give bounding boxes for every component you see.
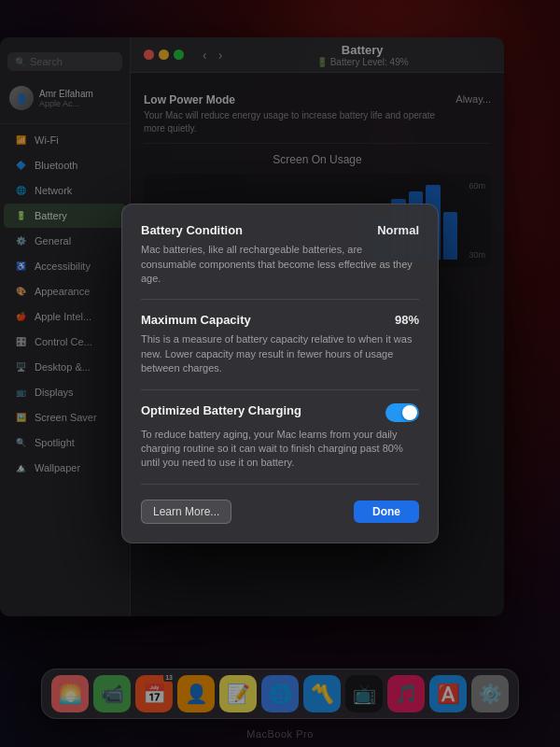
battery-condition-section: Battery Condition Normal Mac batteries, … [141, 223, 419, 300]
battery-condition-title: Battery Condition [141, 223, 243, 237]
max-capacity-row: Maximum Capacity 98% [141, 313, 419, 327]
optimized-charging-section: Optimized Battery Charging To reduce bat… [141, 403, 419, 485]
toggle-thumb [402, 405, 417, 420]
max-capacity-desc: This is a measure of battery capacity re… [141, 332, 419, 375]
modal-overlay: Battery Condition Normal Mac batteries, … [0, 0, 560, 747]
optimized-charging-title: Optimized Battery Charging [141, 403, 301, 417]
modal-actions: Learn More... Done [141, 500, 419, 524]
battery-condition-row: Battery Condition Normal [141, 223, 419, 237]
learn-more-button[interactable]: Learn More... [141, 500, 231, 524]
max-capacity-title: Maximum Capacity [141, 313, 251, 327]
battery-info-modal: Battery Condition Normal Mac batteries, … [121, 204, 439, 543]
max-capacity-section: Maximum Capacity 98% This is a measure o… [141, 313, 419, 389]
max-capacity-value: 98% [395, 313, 419, 327]
optimized-charging-desc: To reduce battery aging, your Mac learns… [141, 428, 419, 471]
optimized-charging-row: Optimized Battery Charging [141, 403, 419, 422]
battery-condition-desc: Mac batteries, like all rechargeable bat… [141, 243, 419, 286]
optimized-charging-toggle[interactable] [385, 403, 419, 422]
battery-condition-value: Normal [377, 223, 419, 237]
done-button[interactable]: Done [354, 500, 419, 523]
